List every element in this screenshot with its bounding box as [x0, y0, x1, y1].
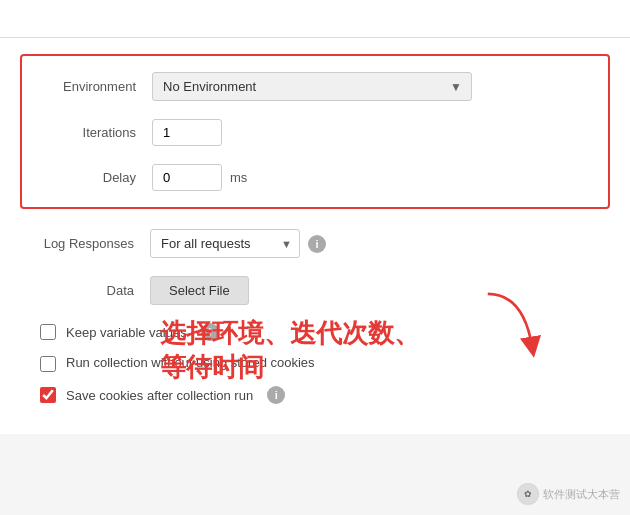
iterations-row: Iterations: [42, 119, 588, 146]
save-cookies-label: Save cookies after collection run i: [66, 386, 285, 404]
keep-variable-label: Keep variable values i: [66, 323, 219, 341]
data-label: Data: [20, 283, 150, 298]
delay-unit: ms: [230, 170, 247, 185]
environment-row: Environment No Environment Development S…: [42, 72, 588, 101]
iterations-label: Iterations: [42, 125, 152, 140]
environment-select[interactable]: No Environment Development Staging Produ…: [152, 72, 472, 101]
log-responses-label: Log Responses: [20, 236, 150, 251]
run-without-cookies-label: Run collection without using stored cook…: [66, 355, 315, 370]
run-without-cookies-row: Run collection without using stored cook…: [20, 355, 610, 372]
main-content: Environment No Environment Development S…: [0, 38, 630, 434]
save-cookies-checkbox[interactable]: [40, 387, 56, 403]
iterations-input[interactable]: [152, 119, 222, 146]
watermark-text: 软件测试大本营: [543, 487, 620, 502]
delay-label: Delay: [42, 170, 152, 185]
environment-select-wrapper: No Environment Development Staging Produ…: [152, 72, 472, 101]
config-box: Environment No Environment Development S…: [20, 54, 610, 209]
delay-row: Delay ms: [42, 164, 588, 191]
save-cookies-row: Save cookies after collection run i: [20, 386, 610, 404]
log-responses-select[interactable]: For all requests For failed requests Nev…: [150, 229, 300, 258]
save-cookies-info-icon[interactable]: i: [267, 386, 285, 404]
keep-variable-checkbox[interactable]: [40, 324, 56, 340]
log-responses-info-icon[interactable]: i: [308, 235, 326, 253]
keep-variable-info-icon[interactable]: i: [201, 323, 219, 341]
environment-label: Environment: [42, 79, 152, 94]
data-row: Data Select File: [20, 276, 610, 305]
log-responses-row: Log Responses For all requests For faile…: [20, 229, 610, 258]
watermark: ✿ 软件测试大本营: [517, 483, 620, 505]
delay-input[interactable]: [152, 164, 222, 191]
run-without-cookies-checkbox[interactable]: [40, 356, 56, 372]
log-select-wrapper: For all requests For failed requests Nev…: [150, 229, 300, 258]
top-bar: [0, 0, 630, 38]
keep-variable-row: Keep variable values i: [20, 323, 610, 341]
select-file-button[interactable]: Select File: [150, 276, 249, 305]
watermark-icon: ✿: [517, 483, 539, 505]
